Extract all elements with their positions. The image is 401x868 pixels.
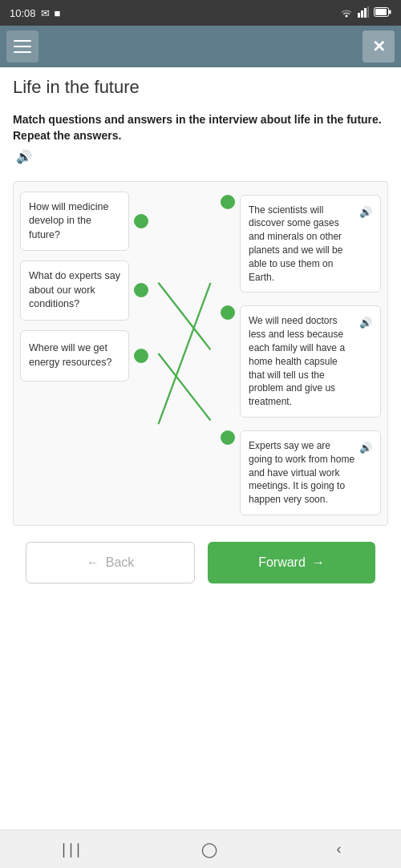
q-connector-3[interactable] [134,349,148,363]
android-home-button[interactable]: ◯ [185,834,233,865]
svg-rect-1 [361,10,363,18]
bottom-space [0,621,401,830]
back-button-label: Back [106,555,135,570]
answer-2-audio-icon[interactable]: 🔊 [359,316,372,330]
answer-row-2: We will need doctors less and less becau… [221,302,381,418]
answer-card-1[interactable]: The scientists will discover some gases … [240,195,381,293]
answer-card-3[interactable]: Experts say we are going to work from ho… [240,430,381,515]
answer-3-audio-icon[interactable]: 🔊 [359,441,372,455]
answer-row-3: Experts say we are going to work from ho… [221,427,381,515]
close-button[interactable]: ✕ [363,30,395,63]
forward-button[interactable]: Forward → [208,542,375,583]
instruction-text: Match questions and answers in the inter… [13,101,388,175]
page-title-section: Life in the future [0,67,401,101]
status-bar: 10:08 ✉ ■ [0,0,401,26]
q-connector-2[interactable] [134,283,148,297]
instruction-audio-icon[interactable]: 🔊 [16,148,32,166]
svg-line-7 [159,283,211,350]
forward-button-label: Forward [258,555,306,570]
question-row-3: Where will we get energy resources? [20,330,148,382]
q-connector-1[interactable] [134,214,148,228]
svg-rect-5 [375,9,387,15]
question-card-1[interactable]: How will medicine develop in the future? [20,192,129,252]
back-button[interactable]: ← Back [26,542,195,583]
matching-container: How will medicine develop in the future?… [13,181,388,526]
question-row-2: What do experts say about our work condi… [20,260,148,321]
message-icon: ✉ [41,7,50,19]
svg-rect-3 [367,6,369,18]
svg-rect-2 [364,8,367,18]
battery-icon [374,7,391,19]
question-card-3[interactable]: Where will we get energy resources? [20,330,129,382]
android-nav-bar: ∣∣∣ ◯ ‹ [0,830,401,868]
forward-arrow-icon: → [312,555,325,570]
question-row-1: How will medicine develop in the future? [20,192,148,252]
answer-card-2[interactable]: We will need doctors less and less becau… [240,305,381,418]
question-card-2[interactable]: What do experts say about our work condi… [20,260,129,321]
answer-1-audio-icon[interactable]: 🔊 [359,205,372,220]
hamburger-line-1 [14,40,31,42]
a-connector-1[interactable] [221,195,235,209]
android-back-button[interactable]: ‹ [321,834,358,864]
save-icon: ■ [55,7,61,19]
hamburger-line-2 [14,46,31,47]
main-content: Match questions and answers in the inter… [0,101,401,621]
svg-rect-6 [389,10,391,14]
android-recents-button[interactable]: ∣∣∣ [44,834,98,865]
status-time-area: 10:08 ✉ ■ [10,7,60,19]
back-arrow-icon: ← [87,555,99,570]
time-display: 10:08 [10,7,36,19]
svg-line-8 [159,353,211,421]
connection-lines-svg [148,249,221,458]
nav-buttons-area: ← Back Forward → [13,526,388,596]
page-title: Life in the future [13,77,388,98]
svg-line-9 [159,283,211,424]
hamburger-line-3 [14,51,31,53]
status-icons-area [340,6,391,20]
a-connector-3[interactable] [221,430,235,445]
a-connector-2[interactable] [221,305,235,320]
nav-bar: ✕ [0,26,401,67]
answer-row-1: The scientists will discover some gases … [221,192,381,293]
lines-area [148,192,221,515]
wifi-icon [340,6,353,20]
menu-button[interactable] [6,30,38,63]
svg-rect-0 [358,13,360,18]
answers-column: The scientists will discover some gases … [221,192,381,515]
signal-icon [358,6,369,20]
questions-column: How will medicine develop in the future?… [20,192,148,515]
